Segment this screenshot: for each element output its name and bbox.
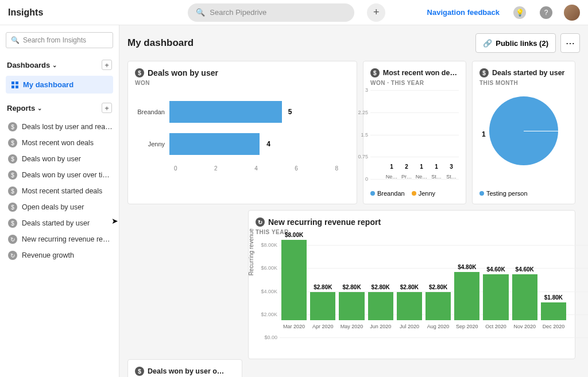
sidebar-item-my-dashboard[interactable]: My dashboard — [6, 76, 113, 94]
chevron-down-icon: ⌄ — [52, 62, 57, 68]
bar-value: $4.60K — [486, 266, 505, 273]
legend-item: Breandan — [377, 190, 405, 197]
dollar-icon: $ — [135, 367, 144, 376]
add-dashboard-button[interactable]: + — [102, 60, 112, 70]
dollar-icon: $ — [8, 186, 17, 196]
dashboards-section-header[interactable]: Dashboards ⌄ + — [6, 57, 113, 72]
bar-value: $2.80K — [314, 284, 332, 290]
revenue-bar: $2.80K — [339, 292, 364, 320]
report-label: Revenue growth — [22, 251, 74, 259]
axis-tick: 2.25 — [358, 110, 368, 115]
svg-rect-1 — [16, 81, 18, 84]
chart-green-bars: Recurring revenue $0.00 $2.00K $4.00K $6… — [256, 240, 568, 352]
card-subtitle: WON — [135, 80, 350, 86]
card-deals-started-by-user[interactable]: $Deals started by user THIS MONTH 1 Test… — [472, 61, 575, 204]
search-placeholder: Search Pipedrive — [210, 8, 266, 17]
card-title: New recurring revenue report — [268, 217, 381, 227]
report-label: Most recent started deals — [22, 187, 102, 195]
dollar-icon: $ — [8, 122, 17, 131]
axis-tick: St… — [431, 174, 442, 180]
avatar[interactable] — [564, 5, 580, 21]
dollar-icon: $ — [8, 203, 17, 212]
link-icon: 🔗 — [483, 39, 492, 48]
dashboard-icon — [11, 81, 18, 88]
chart-pie: 1 — [479, 91, 568, 190]
revenue-bar: $8.00K — [281, 240, 307, 320]
pie-slice — [489, 96, 558, 165]
cursor-icon: ➤ — [111, 216, 118, 226]
bar-value: 1 — [390, 164, 393, 170]
card-title: Deals started by user — [492, 69, 564, 77]
recurring-icon: ↻ — [8, 235, 17, 244]
public-links-button[interactable]: 🔗 Public links (2) — [475, 33, 556, 53]
dashboards-label: Dashboards — [7, 61, 50, 69]
revenue-bar: $4.80K — [454, 272, 479, 320]
dashboard-grid: $Deals won by user WON Breandan 5 Jenny … — [127, 61, 580, 359]
dollar-icon: $ — [8, 219, 17, 228]
axis-tick: 0 — [174, 165, 177, 172]
svg-rect-3 — [16, 85, 18, 88]
public-links-label: Public links (2) — [496, 39, 548, 48]
nav-feedback-link[interactable]: Navigation feedback — [427, 8, 500, 17]
card-deals-won-by-user[interactable]: $Deals won by user WON Breandan 5 Jenny … — [127, 61, 357, 204]
axis-tick: Ne… — [386, 174, 398, 180]
report-item[interactable]: ↻Revenue growth — [6, 247, 113, 263]
help-icon[interactable]: ? — [540, 6, 552, 19]
bar-value: 3 — [450, 164, 453, 170]
axis-tick: Ne… — [416, 174, 428, 180]
report-item[interactable]: ↻New recurring revenue re… — [6, 231, 113, 247]
report-item[interactable]: $Most recent started deals — [6, 183, 113, 199]
axis-tick: 0.75 — [358, 154, 368, 160]
reports-section-header[interactable]: Reports ⌄ + — [6, 100, 113, 115]
reports-label: Reports — [7, 104, 35, 112]
report-item[interactable]: $Open deals by user — [6, 199, 113, 215]
global-search[interactable]: 🔍 Search Pipedrive — [188, 3, 354, 22]
add-report-button[interactable]: + — [102, 103, 112, 113]
bar-value: 1 — [435, 164, 438, 170]
card-deals-won-by-user-over-time[interactable]: $Deals won by user o… WON · THIS YEAR 0 … — [127, 359, 242, 377]
report-label: Open deals by user — [22, 203, 84, 211]
svg-rect-0 — [11, 81, 14, 84]
card-recurring-revenue[interactable]: ↻New recurring revenue report THIS YEAR … — [248, 210, 575, 359]
bar-value: $2.80K — [342, 284, 361, 290]
dollar-icon: $ — [370, 68, 380, 77]
report-item[interactable]: $Deals lost by user and rea… — [6, 119, 113, 135]
card-most-recent-won-deals[interactable]: $Most recent won deals WON · THIS YEAR 0… — [363, 61, 466, 204]
lightbulb-icon[interactable]: 💡 — [513, 6, 526, 19]
report-label: Deals won by user — [22, 155, 81, 163]
sidebar-search[interactable]: 🔍 Search from Insights — [6, 32, 113, 48]
axis-tick: 6 — [295, 165, 298, 172]
axis-tick: 2 — [214, 165, 218, 172]
axis-tick: 8 — [335, 165, 338, 172]
revenue-bar: $2.80K — [397, 292, 422, 320]
chevron-down-icon: ⌄ — [37, 105, 42, 111]
axis-tick: 0 — [365, 176, 368, 182]
report-item[interactable]: $Most recent won deals — [6, 135, 113, 151]
hbar-value: 4 — [266, 140, 270, 148]
hbar-label: Breandan — [135, 108, 169, 115]
legend: Breandan Jenny — [370, 190, 459, 197]
recurring-icon: ↻ — [8, 251, 17, 260]
sidebar-item-label: My dashboard — [23, 80, 74, 89]
add-button[interactable]: + — [367, 3, 385, 22]
card-title: Most recent won deals — [383, 69, 459, 77]
legend-item: Jenny — [419, 190, 435, 197]
revenue-bar: $4.60K — [483, 274, 508, 321]
dollar-icon: $ — [135, 68, 144, 77]
report-item[interactable]: $Deals started by user — [6, 215, 113, 231]
card-subtitle: WON · THIS YEAR — [370, 80, 459, 86]
bar-value: 2 — [405, 164, 408, 170]
report-item[interactable]: $Deals won by user — [6, 151, 113, 167]
report-label: Deals lost by user and rea… — [22, 123, 113, 131]
pie-value: 1 — [482, 130, 486, 138]
report-item[interactable]: $Deals won by user over ti… — [6, 167, 113, 183]
revenue-bar: $2.80K — [368, 292, 393, 320]
more-menu-button[interactable]: ⋯ — [560, 33, 580, 53]
legend: Testing person — [479, 190, 568, 197]
axis-tick: St… — [446, 174, 457, 180]
bar-value: $1.80K — [544, 294, 563, 301]
chart-vbar: 0 0.75 1.5 2.25 3 1Ne… 2Pr… 1Ne… 1St… 3S… — [370, 91, 459, 190]
brand: Insights — [8, 7, 43, 18]
search-icon: 🔍 — [11, 36, 20, 44]
report-label: New recurring revenue re… — [22, 235, 110, 243]
